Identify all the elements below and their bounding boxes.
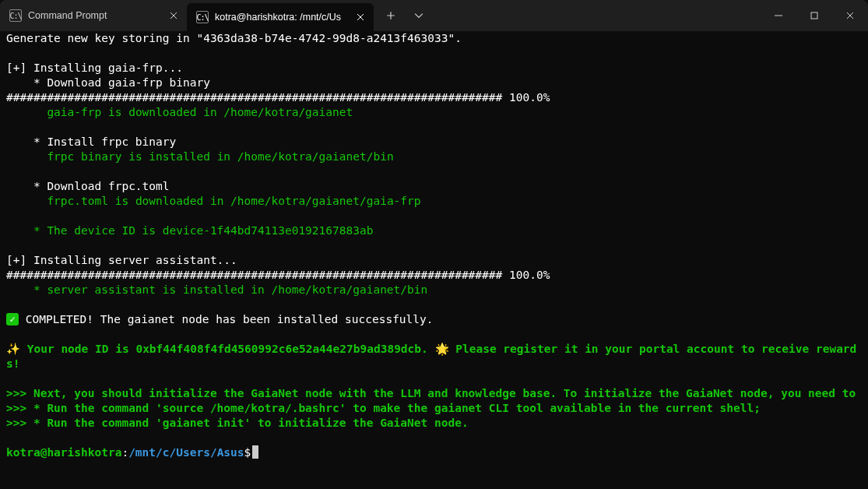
cursor	[252, 445, 258, 459]
line-install-frp: [+] Installing gaia-frp...	[6, 62, 183, 74]
progress-bar: ########################################…	[6, 91, 550, 104]
tab-command-prompt[interactable]: C:\ Command Prompt	[0, 0, 187, 31]
line-install-frpc: * Install frpc binary	[6, 135, 176, 148]
line-toml-downloaded: frpc.toml is downloaded in /home/kotra/g…	[6, 195, 421, 207]
maximize-button[interactable]	[796, 0, 832, 31]
minimize-button[interactable]	[761, 0, 796, 31]
tab-dropdown-button[interactable]	[406, 3, 431, 28]
star-icon: 🌟	[435, 343, 456, 355]
titlebar-spacer	[431, 0, 761, 31]
line-device-id: * The device ID is device-1f44bd74113e01…	[6, 224, 373, 237]
tabs: C:\ Command Prompt C:\ kotra@harishkotra…	[0, 0, 374, 31]
window-controls	[761, 0, 868, 31]
close-window-button[interactable]	[832, 0, 868, 31]
line-dl-toml: * Download frpc.toml	[6, 180, 170, 192]
line-next-3: >>> * Run the command 'gaianet init' to …	[6, 417, 469, 429]
prompt-user: kotra@harishkotra	[6, 446, 121, 459]
checkmark-icon: ✓	[6, 313, 19, 325]
prompt-colon: :	[121, 446, 128, 459]
line-keygen: Generate new key storing in "4363da38-b7…	[6, 32, 462, 44]
line-node-id: Your node ID is 0xbf44f408f4fd4560992c6e…	[27, 343, 435, 355]
sparkle-icon: ✨	[6, 343, 27, 355]
line-install-server: [+] Installing server assistant...	[6, 254, 237, 266]
line-frp-downloaded: gaia-frp is downloaded in /home/kotra/ga…	[6, 106, 353, 118]
terminal-output[interactable]: Generate new key storing in "4363da38-b7…	[0, 31, 868, 489]
new-tab-button[interactable]	[378, 3, 403, 28]
cmd-icon: C:\	[9, 9, 22, 22]
line-next-2: >>> * Run the command 'source /home/kotr…	[6, 402, 761, 414]
line-server-installed: * server assistant is installed in /home…	[6, 283, 427, 296]
tab-title: Command Prompt	[28, 9, 160, 23]
line-next-1: >>> Next, you should initialize the Gaia…	[6, 387, 856, 399]
prompt-path: /mnt/c/Users/Asus	[128, 446, 244, 459]
line-frpc-installed: frpc binary is installed in /home/kotra/…	[6, 150, 394, 163]
progress-bar: ########################################…	[6, 269, 550, 281]
svg-rect-0	[811, 12, 817, 19]
tab-wsl-kotra[interactable]: C:\ kotra@harishkotra: /mnt/c/Us	[187, 3, 374, 31]
wsl-icon: C:\	[196, 11, 209, 23]
line-completed: COMPLETED! The gaianet node has been ins…	[19, 313, 434, 325]
close-icon[interactable]	[353, 10, 367, 24]
prompt-dollar: $	[244, 446, 251, 459]
line-dl-frp-bin: * Download gaia-frp binary	[6, 76, 210, 89]
newtab-area	[374, 0, 431, 31]
close-icon[interactable]	[167, 9, 181, 23]
titlebar: C:\ Command Prompt C:\ kotra@harishkotra…	[0, 0, 868, 31]
tab-title: kotra@harishkotra: /mnt/c/Us	[215, 10, 347, 25]
